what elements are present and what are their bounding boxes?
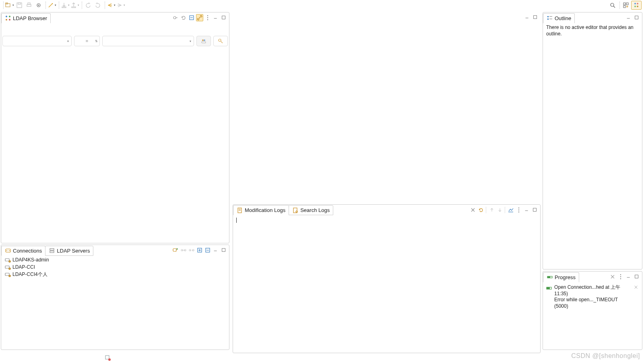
clear-log-button[interactable] [469, 206, 477, 214]
outline-empty-message: There is no active editor that provides … [546, 25, 639, 37]
maximize-pane-button[interactable] [220, 247, 227, 254]
connection-label: LDAP4KS-admin [12, 257, 49, 263]
print-icon [26, 2, 32, 8]
svg-point-25 [173, 16, 176, 19]
link-editor-button[interactable] [196, 14, 203, 21]
new-dropdown[interactable] [5, 1, 14, 10]
svg-point-19 [634, 6, 636, 7]
collapse-all-button[interactable] [204, 247, 211, 254]
ldap-servers-tab[interactable]: LDAP Servers [45, 246, 93, 256]
progress-item[interactable]: Open Connection...hed at 上午 11:35) Error… [545, 284, 640, 310]
refresh-log-button[interactable] [477, 206, 485, 214]
connection-item[interactable]: LDAP4KS-admin [4, 256, 227, 263]
svg-rect-15 [626, 3, 628, 5]
progress-item-line1: Open Connection...hed at 上午 11:35) [554, 284, 632, 297]
collapse-icon [188, 14, 195, 21]
connection-item[interactable]: LDAP-CCI4个人 [4, 271, 227, 278]
filter-row: ▾ =⇅ ▾ [2, 35, 228, 47]
preferences-button[interactable] [34, 1, 43, 10]
search-logs-tab[interactable]: Search Logs [289, 205, 333, 215]
maximize-pane-button[interactable] [220, 14, 227, 21]
minimize-editor-button[interactable] [524, 14, 531, 21]
svg-point-12 [611, 3, 614, 6]
print-button[interactable] [25, 1, 33, 10]
new-connection-button[interactable] [172, 247, 179, 254]
redo-button[interactable] [93, 1, 102, 10]
gear-icon [35, 2, 42, 8]
open-perspective-button[interactable] [621, 1, 630, 10]
connection-item[interactable]: LDAP-CCI [4, 263, 227, 271]
next-log-button[interactable] [496, 206, 504, 214]
prev-log-button[interactable] [488, 206, 495, 214]
main-toolbar [0, 0, 644, 10]
arrow-up-icon [489, 207, 495, 213]
maximize-pane-button[interactable] [633, 14, 640, 21]
svg-rect-62 [534, 16, 537, 19]
wand-icon [47, 2, 54, 8]
outline-tab[interactable]: Outline [543, 13, 575, 23]
connections-tab[interactable]: Connections [1, 246, 45, 256]
back-dropdown[interactable] [107, 1, 116, 10]
minimize-pane-button[interactable] [625, 14, 632, 21]
collapse-tree-button[interactable] [188, 14, 195, 21]
remove-all-finished-button[interactable] [609, 273, 616, 280]
maximize-editor-button[interactable] [532, 14, 539, 21]
progress-view-menu-button[interactable] [617, 273, 624, 280]
run-filter-button[interactable] [196, 36, 211, 46]
connection-label: LDAP-CCI [12, 264, 35, 270]
forward-dropdown[interactable] [116, 1, 125, 10]
log-view-menu-button[interactable] [515, 206, 522, 214]
quick-search-button[interactable] [213, 36, 228, 46]
ldap-browser-icon [5, 15, 11, 21]
status-bar [0, 353, 644, 362]
log-text-area[interactable] [235, 216, 539, 351]
export-log-button[interactable] [507, 206, 514, 214]
view-menu-button[interactable] [204, 14, 211, 21]
svg-point-40 [9, 250, 10, 251]
minimize-pane-button[interactable] [625, 273, 632, 280]
close-connection-button[interactable] [188, 247, 195, 254]
maximize-pane-button[interactable] [633, 273, 640, 280]
collapse-all-icon [204, 247, 211, 253]
toolbar-separator [619, 2, 620, 9]
svg-point-60 [9, 275, 10, 277]
toolbar-right [608, 1, 642, 10]
operator-combo[interactable]: =⇅ [74, 36, 100, 46]
wand-dropdown[interactable] [47, 1, 56, 10]
search-button[interactable] [608, 1, 617, 10]
value-combo[interactable]: ▾ [102, 36, 194, 46]
svg-rect-79 [635, 16, 638, 19]
progress-bar-icon [546, 285, 553, 292]
svg-point-71 [518, 212, 519, 212]
attribute-combo[interactable]: ▾ [2, 36, 72, 46]
outline-title: Outline [555, 15, 571, 21]
minimize-pane-button[interactable] [523, 206, 530, 214]
connections-tree[interactable]: LDAP4KS-admin LDAP-CCI LDAP-CCI4个人 [4, 256, 227, 278]
show-dn-button[interactable] [172, 14, 179, 21]
export-icon [70, 2, 77, 8]
dismiss-progress-button[interactable] [633, 284, 639, 290]
svg-point-9 [52, 3, 53, 4]
import-dropdown[interactable] [61, 1, 70, 10]
editor-area [231, 12, 541, 204]
minimize-pane-button[interactable] [212, 247, 219, 254]
ldap-perspective-button[interactable] [631, 1, 642, 10]
refresh-button[interactable] [180, 14, 187, 21]
svg-line-37 [221, 41, 223, 43]
svg-rect-54 [222, 249, 225, 252]
toolbar-separator [45, 2, 46, 9]
export-dropdown[interactable] [70, 1, 79, 10]
expand-all-button[interactable] [196, 247, 203, 254]
ldap-browser-tab[interactable]: LDAP Browser [1, 13, 51, 23]
watermark: CSDN @[shenhonglei] [571, 352, 640, 360]
minimize-pane-button[interactable] [212, 14, 219, 21]
svg-point-28 [207, 15, 208, 16]
open-connection-button[interactable] [180, 247, 187, 254]
progress-tab[interactable]: Progress [543, 272, 579, 282]
expand-icon [196, 247, 203, 253]
save-icon [16, 2, 23, 8]
maximize-pane-button[interactable] [531, 206, 539, 214]
save-button[interactable] [15, 1, 24, 10]
undo-button[interactable] [84, 1, 93, 10]
modification-logs-tab[interactable]: Modification Logs [233, 205, 289, 215]
